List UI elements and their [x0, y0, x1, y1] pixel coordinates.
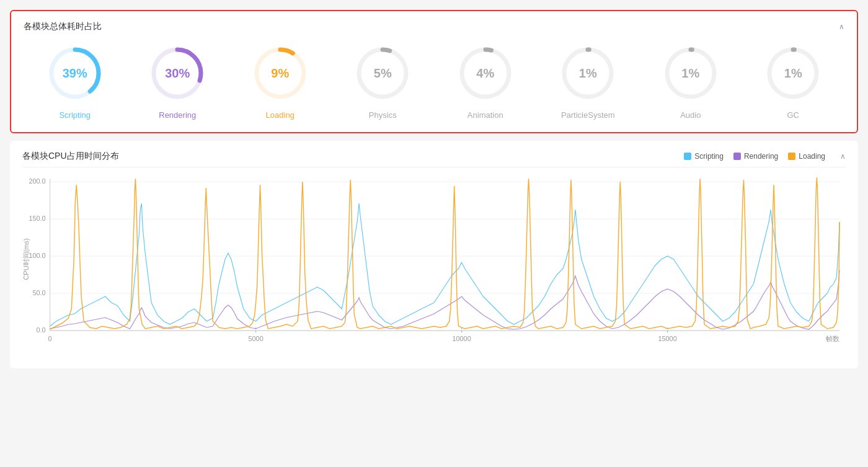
svg-text:200.0: 200.0 [29, 177, 45, 185]
donut-item-scripting: 39% Scripting [44, 42, 106, 120]
chart-area: 200.0 150.0 100.0 50.0 0.0 CPU时间(ms) 0 [22, 172, 846, 358]
chart-title: 各模块CPU占用时间分布 [22, 151, 119, 162]
donut-wrapper-animation: 4% [454, 42, 516, 104]
svg-text:0: 0 [48, 335, 52, 342]
donut-percent-physics: 5% [374, 66, 392, 81]
donut-label-animation: Animation [467, 110, 503, 120]
donut-label-physics: Physics [369, 110, 397, 120]
svg-text:0.0: 0.0 [37, 326, 46, 334]
svg-text:100.0: 100.0 [29, 252, 45, 259]
donut-percent-audio: 1% [681, 66, 699, 81]
chart-panel: 各模块CPU占用时间分布 Scripting Rendering Loading… [10, 141, 858, 368]
donut-wrapper-audio: 1% [660, 42, 722, 104]
donut-percent-particlesystem: 1% [579, 66, 597, 81]
donut-label-rendering: Rendering [159, 110, 196, 120]
chart-svg-container: 200.0 150.0 100.0 50.0 0.0 CPU时间(ms) 0 [22, 172, 846, 358]
chart-legend: Scripting Rendering Loading ∧ [684, 152, 846, 161]
donut-wrapper-rendering: 30% [146, 42, 208, 104]
donut-percent-scripting: 39% [63, 66, 87, 81]
svg-text:5000: 5000 [248, 335, 263, 342]
svg-text:帧数: 帧数 [826, 335, 839, 342]
legend-item-loading: Loading [788, 152, 825, 161]
legend-dot-scripting [684, 153, 691, 160]
donut-percent-gc: 1% [784, 66, 802, 81]
donut-item-rendering: 30% Rendering [146, 42, 208, 120]
donut-wrapper-scripting: 39% [44, 42, 106, 104]
donut-label-audio: Audio [680, 110, 701, 120]
chart-header: 各模块CPU占用时间分布 Scripting Rendering Loading… [22, 151, 846, 167]
donut-item-gc: 1% GC [762, 42, 824, 120]
donut-wrapper-physics: 5% [352, 42, 414, 104]
donut-percent-animation: 4% [476, 66, 494, 81]
top-panel: 各模块总体耗时占比 ∧ 39% Scripting 30% Rendering [10, 10, 858, 133]
legend-label-loading: Loading [799, 152, 825, 161]
donut-item-loading: 9% Loading [249, 42, 311, 120]
donut-percent-loading: 9% [271, 66, 289, 81]
legend-dot-rendering [733, 153, 741, 160]
donut-item-physics: 5% Physics [352, 42, 414, 120]
top-panel-title: 各模块总体耗时占比 [24, 21, 102, 32]
svg-text:10000: 10000 [452, 335, 471, 342]
top-panel-header: 各模块总体耗时占比 ∧ [24, 21, 844, 32]
donut-wrapper-gc: 1% [762, 42, 824, 104]
donut-percent-rendering: 30% [165, 66, 190, 81]
donut-label-loading: Loading [266, 110, 294, 120]
legend-item-scripting: Scripting [684, 152, 724, 161]
top-panel-collapse-icon[interactable]: ∧ [839, 22, 844, 31]
donut-label-particlesystem: ParticleSystem [561, 110, 615, 120]
donut-wrapper-particlesystem: 1% [557, 42, 619, 104]
legend-label-rendering: Rendering [744, 152, 778, 161]
svg-text:150.0: 150.0 [29, 215, 45, 222]
donut-label-scripting: Scripting [59, 110, 91, 120]
donut-wrapper-loading: 9% [249, 42, 311, 104]
svg-text:15000: 15000 [658, 335, 676, 342]
svg-text:CPU时间(ms): CPU时间(ms) [22, 238, 30, 280]
legend-item-rendering: Rendering [733, 152, 778, 161]
donut-item-animation: 4% Animation [454, 42, 516, 120]
chart-panel-collapse-icon[interactable]: ∧ [840, 152, 846, 161]
donut-label-gc: GC [787, 110, 800, 120]
donut-item-particlesystem: 1% ParticleSystem [557, 42, 619, 120]
donut-row: 39% Scripting 30% Rendering 9% Loading [24, 42, 844, 120]
donut-item-audio: 1% Audio [660, 42, 722, 120]
legend-dot-loading [788, 153, 795, 160]
legend-label-scripting: Scripting [694, 152, 724, 161]
svg-text:50.0: 50.0 [32, 289, 45, 296]
